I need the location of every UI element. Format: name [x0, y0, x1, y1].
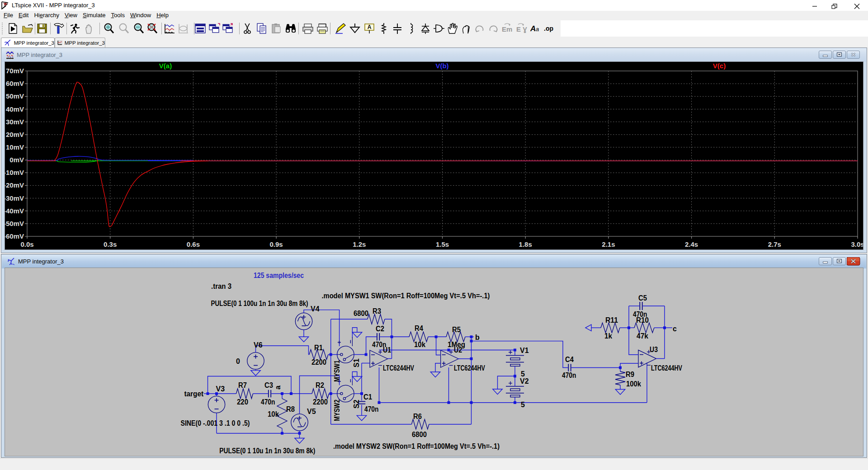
svg-text:10mV: 10mV: [6, 143, 24, 151]
svg-text:10k: 10k: [414, 341, 425, 348]
svg-text:V(b): V(b): [435, 62, 448, 70]
svg-text:0.3s: 0.3s: [104, 240, 117, 248]
svg-text:1.8s: 1.8s: [519, 240, 532, 248]
svg-text:S1: S1: [353, 358, 360, 367]
svg-text:S2: S2: [353, 400, 360, 409]
svg-text:R1: R1: [314, 344, 323, 352]
svg-text:R3: R3: [373, 307, 381, 315]
svg-text:2.4s: 2.4s: [685, 240, 698, 248]
svg-text:-60mV: -60mV: [5, 232, 24, 240]
svg-text:1k: 1k: [604, 332, 612, 340]
svg-text:-40mV: -40mV: [5, 207, 24, 215]
svg-text:0.0s: 0.0s: [20, 240, 33, 248]
svg-text:1.2s: 1.2s: [353, 240, 366, 248]
svg-text:A: A: [368, 24, 372, 30]
svg-text:R10: R10: [636, 316, 649, 324]
svg-text:50mV: 50mV: [6, 92, 24, 100]
svg-text:6800: 6800: [354, 310, 368, 317]
svg-text:470n: 470n: [364, 405, 379, 413]
svg-text:30mV: 30mV: [6, 118, 24, 126]
svg-text:2200: 2200: [311, 358, 326, 366]
svg-text:LTC6244HV: LTC6244HV: [651, 364, 682, 372]
svg-text:R8: R8: [286, 405, 295, 413]
svg-text:0.6s: 0.6s: [187, 240, 200, 248]
svg-text:V5: V5: [307, 408, 316, 415]
svg-text:U1: U1: [383, 346, 391, 354]
svg-text:E Ɣ: E Ɣ: [516, 25, 527, 33]
svg-text:60mV: 60mV: [6, 80, 24, 87]
svg-text:V1: V1: [520, 347, 529, 354]
svg-text:R2: R2: [316, 381, 324, 389]
svg-text:C5: C5: [638, 294, 647, 302]
svg-text:0: 0: [236, 357, 240, 365]
svg-text:V(c): V(c): [713, 62, 726, 70]
svg-text:b: b: [475, 334, 480, 341]
svg-text:47k: 47k: [637, 332, 648, 340]
svg-text:V6: V6: [254, 341, 263, 349]
svg-text:LTC6244HV: LTC6244HV: [454, 364, 485, 372]
svg-text:1.5s: 1.5s: [436, 240, 449, 248]
svg-text:5: 5: [521, 401, 525, 409]
svg-text:-20mV: -20mV: [5, 181, 24, 189]
svg-text:C4: C4: [565, 356, 574, 363]
svg-text:V4: V4: [311, 305, 320, 313]
svg-text:SINE(0 -.001 3 .1 0 0 .5): SINE(0 -.001 3 .1 0 0 .5): [181, 419, 250, 427]
svg-text:470n: 470n: [261, 398, 275, 406]
svg-text:6800: 6800: [412, 431, 427, 438]
svg-text:.op: .op: [544, 25, 553, 32]
svg-text:R6: R6: [413, 413, 422, 420]
svg-text:U3: U3: [650, 346, 658, 353]
svg-text:PULSE(0 1 10u 1n 1n 30u 8m 8k): PULSE(0 1 10u 1n 1n 30u 8m 8k): [219, 447, 315, 455]
svg-text:0.9s: 0.9s: [269, 240, 283, 248]
svg-text:LTC6244HV: LTC6244HV: [383, 364, 414, 372]
svg-text:10k: 10k: [268, 410, 279, 418]
svg-text:C2: C2: [376, 325, 384, 333]
svg-text:-50mV: -50mV: [5, 220, 24, 227]
svg-text:R5: R5: [452, 326, 461, 334]
svg-text:PULSE(0 1 100u 1n 1n 30u 8m 8k: PULSE(0 1 100u 1n 1n 30u 8m 8k): [211, 300, 308, 307]
svg-text:2200: 2200: [313, 398, 328, 406]
svg-text:R7: R7: [238, 381, 247, 389]
svg-text:125 samples/sec: 125 samples/sec: [254, 272, 304, 279]
svg-text:C1: C1: [363, 393, 372, 401]
svg-text:MYSW2: MYSW2: [333, 400, 341, 421]
svg-text:V2: V2: [520, 377, 529, 385]
svg-text:Em: Em: [502, 25, 512, 33]
svg-text:R9: R9: [626, 371, 634, 378]
svg-text:20mV: 20mV: [6, 131, 24, 138]
svg-text:-10mV: -10mV: [5, 169, 24, 176]
svg-text:a: a: [274, 385, 282, 390]
svg-text:220: 220: [237, 398, 248, 406]
svg-text:V3: V3: [216, 385, 225, 393]
svg-text:100k: 100k: [626, 380, 641, 388]
svg-text:U2: U2: [454, 346, 462, 354]
svg-text:470n: 470n: [562, 371, 576, 379]
svg-text:.tran 3: .tran 3: [211, 282, 231, 290]
svg-text:.model MYSW2 SW(Ron=1 Roff=100: .model MYSW2 SW(Ron=1 Roff=100Meg Vt=.5 …: [333, 442, 500, 450]
svg-text:A: A: [530, 24, 536, 33]
svg-text:c: c: [673, 325, 677, 333]
svg-text:70mV: 70mV: [6, 67, 24, 75]
svg-text:.model MYSW1 SW(Ron=1 Roff=100: .model MYSW1 SW(Ron=1 Roff=100Meg Vt=.5 …: [322, 292, 490, 300]
svg-text:2.1s: 2.1s: [602, 240, 615, 248]
svg-text:R4: R4: [415, 324, 423, 332]
svg-text:target: target: [184, 390, 204, 398]
svg-text:V(a): V(a): [159, 62, 172, 70]
svg-text:-30mV: -30mV: [5, 194, 24, 202]
svg-text:5: 5: [521, 370, 525, 378]
svg-text:C3: C3: [264, 381, 273, 389]
svg-text:a: a: [536, 26, 539, 33]
svg-text:2.7s: 2.7s: [768, 240, 781, 248]
svg-text:3.0s: 3.0s: [851, 240, 863, 248]
svg-text:0mV: 0mV: [9, 156, 24, 164]
svg-text:MYSW1: MYSW1: [333, 360, 341, 382]
svg-text:R11: R11: [605, 316, 618, 324]
svg-text:40mV: 40mV: [6, 105, 24, 113]
